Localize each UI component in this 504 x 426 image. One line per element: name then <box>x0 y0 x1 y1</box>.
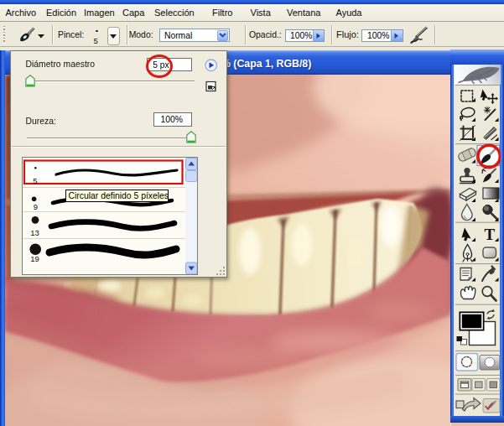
svg-text:9: 9 <box>33 201 37 210</box>
svg-text:5: 5 <box>33 176 37 185</box>
svg-text:19: 19 <box>30 253 39 262</box>
svg-text:T: T <box>484 226 495 243</box>
svg-text:13: 13 <box>30 228 39 237</box>
